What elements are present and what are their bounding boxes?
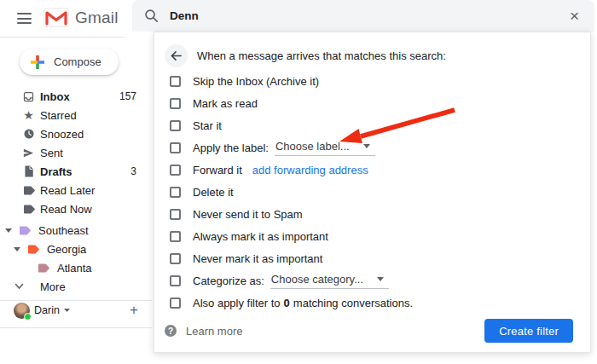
avatar[interactable] xyxy=(14,303,30,319)
option-label: Forward it xyxy=(193,164,242,176)
app-title: Gmail xyxy=(75,9,119,27)
filter-option-mark-read[interactable]: Mark as read xyxy=(154,92,590,114)
star-icon: ★ xyxy=(22,109,35,122)
label-tag-icon xyxy=(22,184,35,197)
filter-option-star-it[interactable]: Star it xyxy=(154,114,590,136)
label-tag-icon xyxy=(38,263,49,273)
close-icon[interactable]: × xyxy=(566,8,583,24)
checkbox[interactable] xyxy=(170,76,181,87)
option-label: Always mark it as important xyxy=(193,230,328,243)
option-label: Also apply filter to xyxy=(193,297,281,309)
dropdown-caret-icon xyxy=(363,144,370,148)
filter-option-skip-inbox[interactable]: Skip the Inbox (Archive it) xyxy=(154,70,590,92)
compose-button[interactable]: Compose xyxy=(20,49,119,75)
user-name: Darin xyxy=(34,304,60,316)
gmail-logo: Gmail xyxy=(43,8,119,27)
search-input[interactable]: Denn xyxy=(170,9,566,22)
sidebar-item-label: Read Now xyxy=(40,203,136,216)
multicolor-plus-icon xyxy=(31,55,44,69)
send-icon xyxy=(22,147,35,159)
filter-option-forward[interactable]: Forward it add forwarding address xyxy=(154,159,590,181)
sidebar-item-label: Starred xyxy=(40,109,136,122)
label-tag-icon xyxy=(22,203,35,216)
filter-options-dialog: When a message arrives that matches this… xyxy=(154,32,591,353)
add-forwarding-address-link[interactable]: add forwarding address xyxy=(252,164,368,176)
dialog-header: When a message arrives that matches this… xyxy=(165,43,590,68)
sidebar: Compose Inbox 157 ★ Starred xyxy=(0,38,152,364)
dropdown-value: Choose category... xyxy=(271,273,363,286)
search-bar[interactable]: Denn × xyxy=(132,0,594,32)
filter-option-never-spam[interactable]: Never send it to Spam xyxy=(154,203,590,225)
sidebar-label-atlanta[interactable]: Atlanta xyxy=(0,258,152,277)
checkbox[interactable] xyxy=(170,209,181,220)
option-label: Star it xyxy=(193,119,222,132)
add-account-icon[interactable]: + xyxy=(130,302,138,319)
checkbox[interactable] xyxy=(170,298,181,309)
sidebar-item-snoozed[interactable]: Snoozed xyxy=(0,124,152,143)
user-account-row[interactable]: Darin + xyxy=(0,299,152,321)
option-label: Skip the Inbox (Archive it) xyxy=(193,75,319,88)
sidebar-item-drafts[interactable]: Drafts 3 xyxy=(0,162,152,181)
sidebar-item-label: Inbox xyxy=(40,90,119,103)
online-status-dot xyxy=(24,313,32,321)
sidebar-item-inbox[interactable]: Inbox 157 xyxy=(0,87,152,106)
checkbox[interactable] xyxy=(170,98,181,109)
unread-count: 157 xyxy=(119,90,136,102)
checkbox[interactable] xyxy=(170,187,181,198)
sidebar-item-read-later[interactable]: Read Later xyxy=(0,181,152,199)
collapse-arrow-icon[interactable] xyxy=(5,228,12,233)
checkbox[interactable] xyxy=(170,275,181,286)
dropdown-caret-icon xyxy=(377,277,384,281)
filter-option-never-important[interactable]: Never mark it as important xyxy=(154,247,590,269)
checkbox[interactable] xyxy=(170,142,181,153)
checkbox[interactable] xyxy=(170,165,181,176)
sidebar-item-label: Snoozed xyxy=(40,128,136,141)
compose-label: Compose xyxy=(54,55,101,68)
filter-option-apply-label[interactable]: Apply the label: Choose label... xyxy=(154,136,590,159)
sidebar-item-read-now[interactable]: Read Now xyxy=(0,199,152,218)
inbox-icon xyxy=(22,90,35,103)
back-button[interactable] xyxy=(165,44,188,67)
filter-option-always-important[interactable]: Always mark it as important xyxy=(154,225,590,247)
checkbox[interactable] xyxy=(170,231,181,242)
option-label: Never send it to Spam xyxy=(193,208,303,221)
sidebar-item-label: Sent xyxy=(40,147,136,159)
chevron-down-icon xyxy=(64,309,70,312)
sidebar-item-starred[interactable]: ★ Starred xyxy=(0,106,152,124)
sidebar-label-name: Georgia xyxy=(47,243,86,256)
sidebar-item-sent[interactable]: Sent xyxy=(0,143,152,162)
sidebar-label-southeast[interactable]: Southeast xyxy=(0,221,152,240)
checkbox[interactable] xyxy=(170,253,181,264)
dialog-footer: ? Learn more Create filter xyxy=(154,319,590,343)
checkbox[interactable] xyxy=(170,120,181,131)
dropdown-value: Choose label... xyxy=(275,140,350,153)
sidebar-item-more[interactable]: More xyxy=(0,277,152,296)
help-icon[interactable]: ? xyxy=(165,325,177,337)
option-label: Mark as read xyxy=(193,97,258,110)
create-filter-button[interactable]: Create filter xyxy=(484,319,573,343)
filter-option-delete[interactable]: Delete it xyxy=(154,181,590,203)
hamburger-menu-icon[interactable] xyxy=(17,13,32,24)
collapse-arrow-icon[interactable] xyxy=(14,247,20,251)
filter-option-also-apply[interactable]: Also apply filter to 0 matching conversa… xyxy=(154,292,590,314)
sidebar-item-label: Read Later xyxy=(40,184,136,197)
back-arrow-icon xyxy=(170,49,183,62)
label-tag-icon xyxy=(27,245,39,254)
option-label: matching conversations. xyxy=(293,297,413,309)
learn-more-link[interactable]: Learn more xyxy=(186,325,242,338)
label-tag-icon xyxy=(19,226,31,235)
chevron-down-icon xyxy=(14,283,24,290)
sidebar-label-name: Atlanta xyxy=(57,262,91,274)
option-label: Apply the label: xyxy=(193,142,269,154)
unread-count: 3 xyxy=(130,165,136,177)
option-label: Delete it xyxy=(193,186,234,199)
choose-label-dropdown[interactable]: Choose label... xyxy=(275,140,375,156)
draft-file-icon xyxy=(22,165,35,178)
filter-option-categorize[interactable]: Categorize as: Choose category... xyxy=(154,269,590,292)
search-icon xyxy=(144,9,159,23)
choose-category-dropdown[interactable]: Choose category... xyxy=(270,273,389,289)
sidebar-label-georgia[interactable]: Georgia xyxy=(0,240,152,258)
option-label: Categorize as: xyxy=(193,274,264,287)
sidebar-label-tree: Southeast Georgia Atlanta More xyxy=(0,221,152,296)
gmail-envelope-icon xyxy=(43,8,69,27)
